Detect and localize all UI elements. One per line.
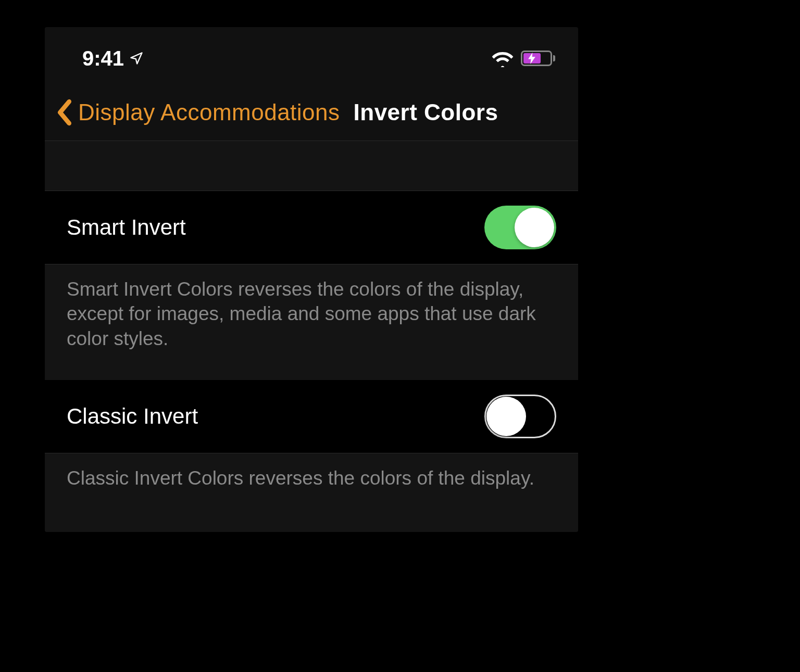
classic-invert-row: Classic Invert <box>45 380 578 453</box>
navigation-bar: Display Accommodations Invert Colors <box>45 84 578 141</box>
smart-invert-toggle[interactable] <box>484 206 556 249</box>
status-left: 9:41 <box>82 47 144 70</box>
wifi-icon <box>492 49 514 67</box>
toggle-knob <box>486 397 526 436</box>
battery-charging-icon <box>521 50 555 66</box>
location-arrow-icon <box>129 51 144 66</box>
classic-invert-label: Classic Invert <box>67 404 198 429</box>
settings-screen: 9:41 <box>45 27 578 532</box>
classic-invert-toggle[interactable] <box>484 395 556 438</box>
section-spacer <box>45 141 578 191</box>
back-chevron-icon[interactable] <box>55 99 74 126</box>
smart-invert-row: Smart Invert <box>45 191 578 264</box>
status-time: 9:41 <box>82 47 124 70</box>
classic-invert-description: Classic Invert Colors reverses the color… <box>45 453 578 532</box>
page-title: Invert Colors <box>354 99 498 125</box>
back-button-label[interactable]: Display Accommodations <box>78 99 340 125</box>
smart-invert-description: Smart Invert Colors reverses the colors … <box>45 264 578 380</box>
status-right <box>492 49 555 67</box>
toggle-knob <box>515 208 554 247</box>
smart-invert-label: Smart Invert <box>67 215 186 240</box>
status-bar: 9:41 <box>45 27 578 84</box>
